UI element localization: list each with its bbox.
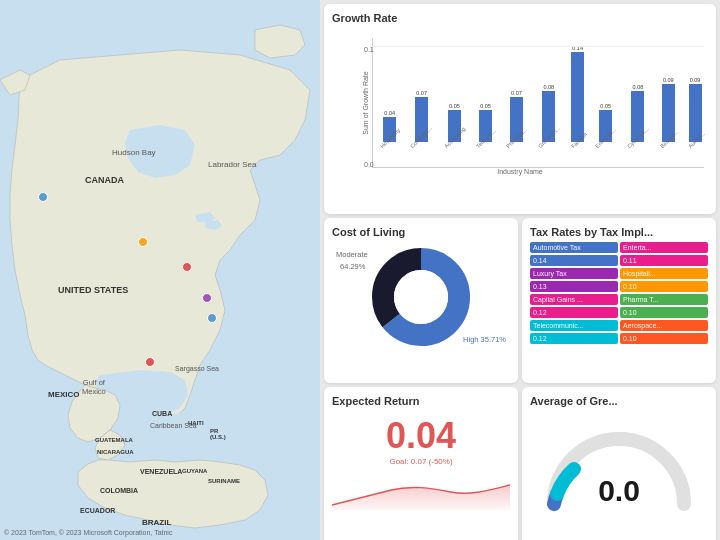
expected-return-title: Expected Return [332,395,510,407]
tax-cell-pharma-label: Pharma T... [620,294,708,305]
tax-cell-aero-label: Aerospace... [620,320,708,331]
map-copyright: © 2023 TomTom, © 2023 Microsoft Corporat… [4,529,172,536]
tax-cell-capital-val: 0.12 [530,307,618,318]
tax-cell-hosp-val: 0.10 [620,281,708,292]
map-panel: CANADA UNITED STATES MEXICO Hudson Bay L… [0,0,320,540]
donut-container: Moderate 64.29% High 35.71% [332,242,510,352]
tax-rates-panel: Tax Rates by Tax Impl... Automotive Tax … [522,218,716,383]
y-tick-1: 0.1 [364,46,374,53]
tax-rates-title: Tax Rates by Tax Impl... [530,226,708,238]
tax-cell-auto-val: 0.14 [530,255,618,266]
bar-group: 0.05Telecom... [471,38,500,167]
tax-cell-aero-val: 0.10 [620,333,708,344]
moderate-label: Moderate [336,250,368,259]
expected-return-panel: Expected Return 0.04 Goal: 0.07 (-50%) [324,387,518,540]
bar-group: 0.07Computer... [405,38,437,167]
svg-point-3 [394,270,448,324]
tax-grid: Automotive Tax Enterta... 0.14 0.11 Luxu… [530,242,708,344]
tax-cell-luxury-val: 0.13 [530,281,618,292]
dashboard: Growth Rate Sum of Growth Rate 0.0 0.1 0… [320,0,720,540]
bar-group: 0.14Fashion [566,38,590,167]
tax-cell-telecom-val: 0.12 [530,333,618,344]
bar [571,52,584,142]
high-label: High 35.71% [463,335,506,344]
tax-cell-pharma-val: 0.10 [620,307,708,318]
map-dot-3 [182,262,192,272]
tax-cell-enterta-label: Enterta... [620,242,708,253]
avg-growth-panel: Average of Gre... 0.0 [522,387,716,540]
y-tick-0: 0.0 [364,161,374,168]
cost-of-living-title: Cost of Living [332,226,510,238]
tax-cell-enterta-val: 0.11 [620,255,708,266]
growth-rate-panel: Growth Rate Sum of Growth Rate 0.0 0.1 0… [324,4,716,214]
bars-container: 0.04Hospitality0.07Computer...0.05Accoun… [372,38,704,168]
moderate-value: 64.29% [340,262,365,271]
cost-of-living-panel: Cost of Living Moderate 64.29% High 35.7… [324,218,518,383]
bar-group: 0.08Cybersec... [622,38,654,167]
map-dot-6 [145,357,155,367]
tax-cell-capital-label: Capital Gains ... [530,294,618,305]
growth-rate-title: Growth Rate [332,12,708,24]
avg-growth-value: 0.0 [598,474,640,508]
bar-group: 0.09Biotech... [655,38,682,167]
tax-cell-telecom-label: Telecommunic... [530,320,618,331]
return-sparkline [332,470,510,510]
tax-cell-luxury-label: Luxury Tax [530,268,618,279]
tax-cell-auto-label: Automotive Tax [530,242,618,253]
expected-return-value: 0.04 [332,415,510,457]
expected-return-goal: Goal: 0.07 (-50%) [332,457,510,466]
bar-group: 0.07Pharmac... [501,38,532,167]
map-dot-2 [138,237,148,247]
map-dot-5 [207,313,217,323]
bar-group: 0.08Green En... [533,38,565,167]
x-axis-label: Industry Name [332,168,708,175]
bar-group: 0.05Accounting [439,38,470,167]
bar-group: 0.04Hospitality [375,38,404,167]
map-dot-1 [38,192,48,202]
avg-growth-title: Average of Gre... [530,395,708,407]
y-axis-label: Sum of Growth Rate [362,71,369,134]
donut-chart [366,242,476,352]
map-dot-4 [202,293,212,303]
tax-cell-hosp-label: Hospitali... [620,268,708,279]
